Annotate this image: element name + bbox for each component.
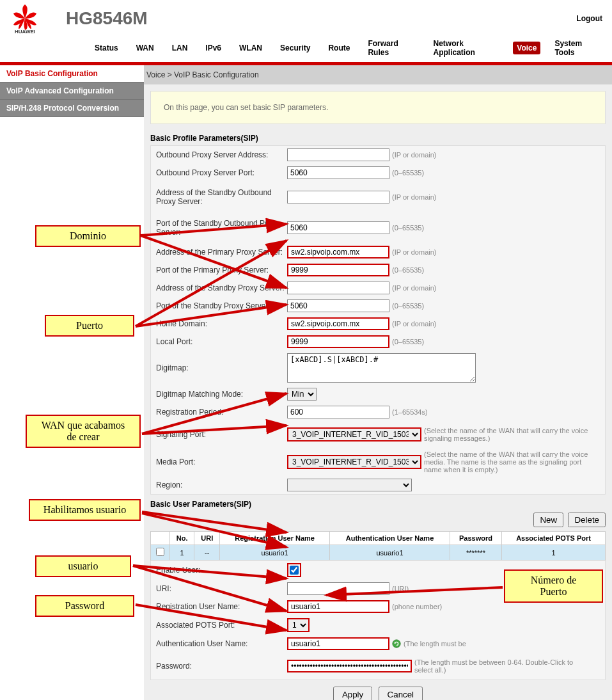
side-sip-h248[interactable]: SIP/H.248 Protocol Conversion bbox=[0, 100, 144, 117]
nav-wan[interactable]: WAN bbox=[132, 42, 158, 54]
main-content: Voice > VoIP Basic Configuration On this… bbox=[144, 65, 612, 700]
th-check bbox=[151, 532, 170, 545]
auth-user-label: Authentication User Name: bbox=[156, 638, 287, 649]
user-section-title: Basic User Parameters(SIP) bbox=[150, 500, 606, 509]
table-row[interactable]: 1 -- usuario1 usuario1 ******* 1 bbox=[151, 545, 606, 561]
local-port-input[interactable] bbox=[287, 335, 389, 348]
enable-label: Enable User: bbox=[156, 564, 287, 576]
standby-out-port-label: Port of the Standby Outbound Proxy Serve… bbox=[156, 215, 287, 241]
side-voip-advanced[interactable]: VoIP Advanced Configuration bbox=[0, 83, 144, 100]
standby-addr-input[interactable] bbox=[287, 282, 389, 294]
row-checkbox[interactable] bbox=[156, 548, 164, 556]
primary-port-label: Port of the Primary Proxy Server: bbox=[156, 264, 287, 276]
nav-voice[interactable]: Voice bbox=[513, 42, 540, 54]
media-label: Media Port: bbox=[156, 451, 287, 473]
pots-label: Associated POTS Port: bbox=[156, 619, 287, 631]
reg-user-input[interactable] bbox=[287, 600, 389, 613]
pots-select[interactable]: 1 bbox=[287, 618, 310, 632]
standby-port-input[interactable] bbox=[287, 299, 389, 312]
breadcrumb: Voice > VoIP Basic Configuration bbox=[144, 65, 612, 84]
pwd-label: Password: bbox=[156, 655, 287, 677]
signaling-select[interactable]: 3_VOIP_INTERNET_R_VID_1503 bbox=[287, 427, 421, 441]
th-auth: Authentication User Name bbox=[330, 532, 450, 545]
digitmap-input[interactable]: [xABCD].S|[xABCD].# bbox=[287, 353, 476, 383]
logout-link[interactable]: Logout bbox=[576, 14, 602, 23]
outbound-addr-label: Outbound Proxy Server Address: bbox=[156, 149, 287, 161]
nav-forward[interactable]: Forward Rules bbox=[364, 37, 419, 59]
nav-lan[interactable]: LAN bbox=[168, 42, 192, 54]
local-port-label: Local Port: bbox=[156, 336, 287, 347]
nav-security[interactable]: Security bbox=[276, 42, 314, 54]
apply-button[interactable]: Apply bbox=[333, 687, 372, 700]
nav-status[interactable]: Status bbox=[91, 42, 122, 54]
reg-period-label: Registration Period: bbox=[156, 406, 287, 418]
reg-user-label: Registration User Name: bbox=[156, 601, 287, 612]
primary-port-input[interactable] bbox=[287, 264, 389, 276]
primary-addr-input[interactable] bbox=[287, 246, 389, 259]
pwd-input[interactable] bbox=[287, 660, 412, 672]
reg-period-input[interactable] bbox=[287, 406, 389, 418]
nav-wlan[interactable]: WLAN bbox=[235, 42, 266, 54]
digitmap-mode-select[interactable]: Min bbox=[287, 388, 317, 401]
home-domain-input[interactable] bbox=[287, 317, 389, 330]
svg-point-1 bbox=[393, 640, 400, 648]
page-hint: On this page, you can set basic SIP para… bbox=[150, 91, 606, 124]
primary-addr-label: Address of the Primary Proxy Server: bbox=[156, 246, 287, 258]
svg-text:HUAWEI: HUAWEI bbox=[15, 29, 35, 34]
refresh-icon[interactable] bbox=[392, 639, 401, 648]
cancel-button[interactable]: Cancel bbox=[379, 687, 423, 700]
sidebar: VoIP Basic Configuration VoIP Advanced C… bbox=[0, 65, 144, 700]
top-nav: Status WAN LAN IPv6 WLAN Security Route … bbox=[0, 37, 612, 62]
outbound-port-input[interactable] bbox=[287, 166, 389, 179]
home-domain-label: Home Domain: bbox=[156, 318, 287, 330]
auth-user-input[interactable] bbox=[287, 637, 389, 650]
uri-label: URI: bbox=[156, 583, 287, 594]
th-reg: Registration User Name bbox=[220, 532, 330, 545]
standby-out-addr-input[interactable] bbox=[287, 191, 389, 203]
user-form: Enable User: URI:(URI) Registration User… bbox=[150, 561, 606, 680]
digitmap-label: Digitmap: bbox=[156, 362, 287, 374]
user-buttons-row: New Delete bbox=[150, 513, 606, 527]
ip-domain-hint: (IP or domain) bbox=[392, 151, 437, 159]
user-table: No. URI Registration User Name Authentic… bbox=[150, 531, 606, 561]
nav-netapp[interactable]: Network Application bbox=[430, 37, 503, 59]
bottom-buttons: Apply Cancel bbox=[150, 687, 606, 700]
media-select[interactable]: 3_VOIP_INTERNET_R_VID_1503 bbox=[287, 455, 421, 469]
region-select[interactable] bbox=[287, 479, 412, 491]
port-hint: (0–65535) bbox=[392, 169, 424, 177]
standby-port-label: Port of the Standby Proxy Server: bbox=[156, 300, 287, 312]
standby-out-port-input[interactable] bbox=[287, 221, 389, 234]
nav-ipv6[interactable]: IPv6 bbox=[201, 42, 225, 54]
brand-logo: HUAWEI bbox=[10, 3, 47, 34]
side-voip-basic[interactable]: VoIP Basic Configuration bbox=[0, 65, 144, 83]
new-button[interactable]: New bbox=[533, 513, 563, 527]
th-uri: URI bbox=[194, 532, 220, 545]
standby-out-addr-label: Address of the Standby Outbound Proxy Se… bbox=[156, 184, 287, 210]
delete-button[interactable]: Delete bbox=[568, 513, 606, 527]
outbound-port-label: Outbound Proxy Server Port: bbox=[156, 167, 287, 179]
outbound-addr-input[interactable] bbox=[287, 148, 389, 161]
digitmap-mode-label: Digitmap Matching Mode: bbox=[156, 388, 287, 400]
enable-user-checkbox[interactable] bbox=[290, 566, 299, 575]
model-label: HG8546M bbox=[66, 8, 148, 29]
region-label: Region: bbox=[156, 479, 287, 491]
th-no: No. bbox=[170, 532, 194, 545]
header: HUAWEI HG8546M Logout bbox=[0, 0, 612, 37]
signaling-label: Signaling Port: bbox=[156, 424, 287, 445]
uri-input[interactable] bbox=[287, 582, 389, 595]
nav-route[interactable]: Route bbox=[324, 42, 354, 54]
th-pwd: Password bbox=[450, 532, 501, 545]
nav-system[interactable]: System Tools bbox=[551, 37, 602, 59]
profile-section-title: Basic Profile Parameters(SIP) bbox=[150, 134, 606, 143]
huawei-icon: HUAWEI bbox=[10, 3, 40, 34]
profile-form: Outbound Proxy Server Address:(IP or dom… bbox=[150, 145, 606, 495]
standby-addr-label: Address of the Standby Proxy Server: bbox=[156, 282, 287, 294]
th-pots: Associated POTS Port bbox=[502, 532, 606, 545]
